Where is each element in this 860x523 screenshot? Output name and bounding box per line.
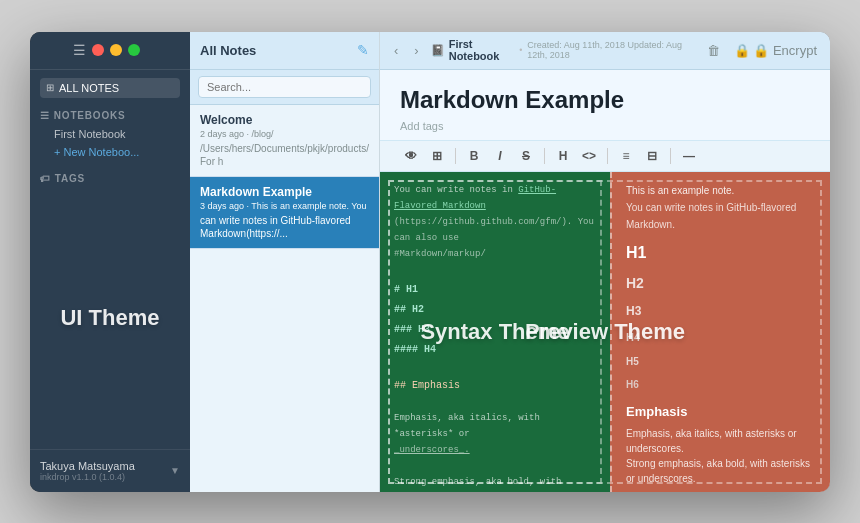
format-sep-1 xyxy=(455,148,456,164)
format-heading-btn[interactable]: H xyxy=(552,145,574,167)
editor-tags[interactable]: Add tags xyxy=(400,120,810,132)
tags-label: TAGS xyxy=(55,173,85,184)
preview-strong-text: Strong emphasis, aka bold, with asterisk… xyxy=(626,456,816,486)
notes-list-panel: All Notes ✎ Welcome 2 days ago · /blog/ … xyxy=(190,32,380,492)
format-ol-btn[interactable]: ⊟ xyxy=(641,145,663,167)
main-layout: ☰ ⊞ ALL NOTES ☰ NOTEBOOKS xyxy=(30,32,830,492)
nav-forward-button[interactable]: › xyxy=(410,41,422,60)
note-title-welcome: Welcome xyxy=(200,113,369,127)
sidebar-item-first-notebook[interactable]: First Notebook xyxy=(40,125,180,143)
sidebar-notebooks-header: ☰ NOTEBOOKS xyxy=(40,110,180,121)
tag-icon: 🏷 xyxy=(40,173,51,184)
new-note-icon[interactable]: ✎ xyxy=(357,42,369,58)
format-italic-btn[interactable]: I xyxy=(489,145,511,167)
preview-intro: This is an example note. xyxy=(626,185,734,196)
preview-emphasis-heading: Emphasis xyxy=(626,401,816,423)
format-preview-btn[interactable]: 👁 xyxy=(400,145,422,167)
sidebar-header: ☰ xyxy=(30,32,190,70)
preview-h2: H2 xyxy=(626,272,816,296)
sidebar-tags-header: 🏷 TAGS xyxy=(40,173,180,184)
notes-list-header: All Notes ✎ xyxy=(190,32,379,70)
syntax-theme-panel[interactable]: You can write notes in GitHub-Flavored M… xyxy=(380,172,610,492)
notebooks-label: NOTEBOOKS xyxy=(54,110,126,121)
sidebar-all-notes-section: ⊞ ALL NOTES xyxy=(30,70,190,102)
traffic-lights xyxy=(92,44,140,56)
format-code-btn[interactable]: <> xyxy=(578,145,600,167)
format-bold-btn[interactable]: B xyxy=(463,145,485,167)
editor-toolbar: ‹ › 📓 First Notebook • Created: Aug 11th… xyxy=(380,32,830,70)
encrypt-label: 🔒 Encrypt xyxy=(753,43,817,58)
first-notebook-label: First Notebook xyxy=(54,128,126,140)
nav-back-button[interactable]: ‹ xyxy=(390,41,402,60)
editor-area: ‹ › 📓 First Notebook • Created: Aug 11th… xyxy=(380,32,830,492)
preview-h4: H4 xyxy=(626,328,816,347)
note-item-welcome[interactable]: Welcome 2 days ago · /blog/ /Users/hers/… xyxy=(190,105,379,177)
editor-title-area: Markdown Example Add tags xyxy=(380,70,830,140)
preview-emphasis-text: Emphasis, aka italics, with asterisks or… xyxy=(626,426,816,456)
sidebar-notebooks-section: ☰ NOTEBOOKS First Notebook + New Noteboo… xyxy=(30,102,190,169)
sidebar-item-all-notes[interactable]: ⊞ ALL NOTES xyxy=(40,78,180,98)
format-hr-btn[interactable]: — xyxy=(678,145,700,167)
close-button[interactable] xyxy=(92,44,104,56)
editor-format-bar: 👁 ⊞ B I S H <> ≡ ⊟ — xyxy=(380,140,830,172)
format-split-btn[interactable]: ⊞ xyxy=(426,145,448,167)
preview-h5: H5 xyxy=(626,353,816,370)
note-title-markdown: Markdown Example xyxy=(200,185,369,199)
sidebar-user: Takuya Matsuyama inkdrop v1.1.0 (1.0.4) xyxy=(40,460,135,482)
note-date-welcome: 2 days ago · /blog/ xyxy=(200,129,369,139)
editor-actions: 🗑 🔒 🔒 Encrypt xyxy=(704,40,820,61)
format-ul-btn[interactable]: ≡ xyxy=(615,145,637,167)
user-version: inkdrop v1.1.0 (1.0.4) xyxy=(40,472,135,482)
trash-button[interactable]: 🗑 xyxy=(704,40,723,61)
minimize-button[interactable] xyxy=(110,44,122,56)
breadcrumb-notebook-name: First Notebook xyxy=(449,38,514,62)
notebooks-collapse-icon[interactable]: ☰ xyxy=(40,110,50,121)
format-sep-3 xyxy=(607,148,608,164)
user-menu-arrow[interactable]: ▼ xyxy=(170,465,180,476)
notes-icon: ⊞ xyxy=(46,82,54,93)
preview-h3: H3 xyxy=(626,301,816,321)
format-strike-btn[interactable]: S xyxy=(515,145,537,167)
note-item-markdown[interactable]: Markdown Example 3 days ago · This is an… xyxy=(190,177,379,249)
preview-theme-panel: This is an example note. You can write n… xyxy=(610,172,830,492)
menu-icon[interactable]: ☰ xyxy=(73,42,86,58)
sidebar: ☰ ⊞ ALL NOTES ☰ NOTEBOOKS xyxy=(30,32,190,492)
editor-breadcrumb: 📓 First Notebook • Created: Aug 11th, 20… xyxy=(431,38,696,62)
breadcrumb-meta: Created: Aug 11th, 2018 Updated: Aug 12t… xyxy=(527,40,695,60)
new-notebook-label: + New Noteboo... xyxy=(54,146,139,158)
format-sep-2 xyxy=(544,148,545,164)
format-sep-4 xyxy=(670,148,671,164)
sidebar-new-notebook-button[interactable]: + New Noteboo... xyxy=(40,143,180,161)
themed-content: You can write notes in GitHub-Flavored M… xyxy=(380,172,830,492)
breadcrumb-notebook-icon: 📓 xyxy=(431,44,445,57)
notes-items: Welcome 2 days ago · /blog/ /Users/hers/… xyxy=(190,105,379,492)
search-input[interactable] xyxy=(198,76,371,98)
preview-h1: H1 xyxy=(626,239,816,266)
note-preview-markdown: can write notes in GitHub-flavored Markd… xyxy=(200,214,369,240)
note-date-markdown: 3 days ago · This is an example note. Yo… xyxy=(200,201,369,211)
note-preview-welcome: /Users/hers/Documents/pkjk/products/inkd… xyxy=(200,142,369,168)
sidebar-footer: Takuya Matsuyama inkdrop v1.1.0 (1.0.4) … xyxy=(30,449,190,492)
editor-markdown-text[interactable]: You can write notes in GitHub-Flavored M… xyxy=(380,172,610,492)
notes-search-area xyxy=(190,70,379,105)
maximize-button[interactable] xyxy=(128,44,140,56)
preview-intro2: You can write notes in GitHub-flavored M… xyxy=(626,202,796,230)
notes-list-title: All Notes xyxy=(200,43,256,58)
sidebar-item-all-notes-label: ALL NOTES xyxy=(59,82,119,94)
preview-text: This is an example note. You can write n… xyxy=(612,172,830,492)
sidebar-tags-section: 🏷 TAGS xyxy=(30,169,190,188)
encrypt-button[interactable]: 🔒 🔒 Encrypt xyxy=(731,40,820,61)
editor-title[interactable]: Markdown Example xyxy=(400,86,810,114)
app-window: ☰ ⊞ ALL NOTES ☰ NOTEBOOKS xyxy=(30,32,830,492)
breadcrumb-separator: • xyxy=(519,45,522,55)
ui-theme-label: UI Theme xyxy=(60,305,159,331)
preview-h6: H6 xyxy=(626,376,816,393)
user-name: Takuya Matsuyama xyxy=(40,460,135,472)
